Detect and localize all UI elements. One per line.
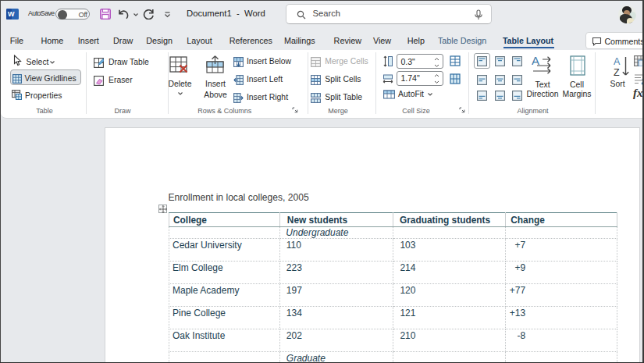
svg-text:Z: Z	[614, 67, 620, 77]
svg-text:W: W	[8, 10, 15, 18]
svg-text:A: A	[614, 56, 621, 67]
